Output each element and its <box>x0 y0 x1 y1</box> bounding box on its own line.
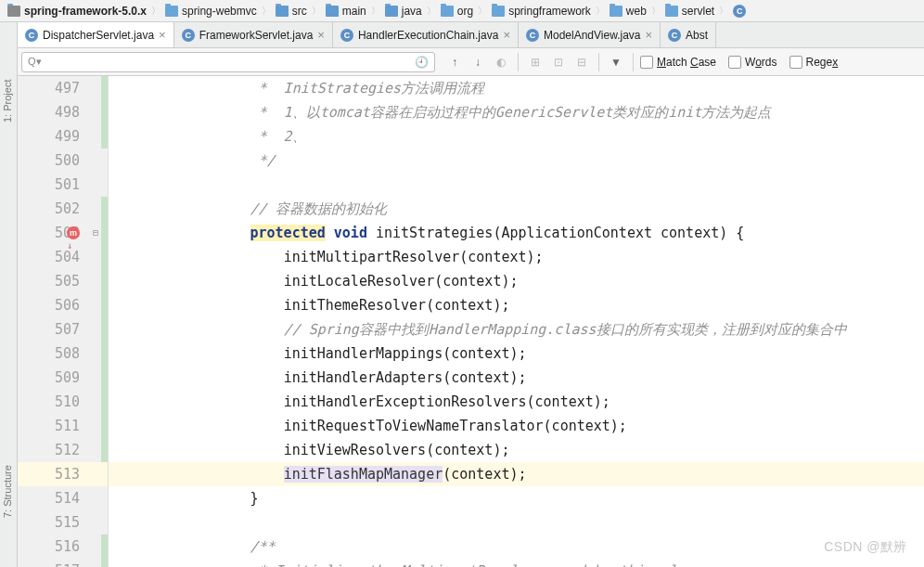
code-line[interactable]: initFlashMapManager(context); <box>109 462 924 486</box>
line-number: 517 <box>18 559 108 567</box>
folder-icon <box>276 5 289 18</box>
line-number: 513 <box>18 462 108 486</box>
structure-tool-tab[interactable]: 7: Structure <box>2 465 13 518</box>
breadcrumb-label: main <box>342 5 366 18</box>
close-icon[interactable]: × <box>159 28 166 42</box>
class-icon: C <box>733 5 746 18</box>
breadcrumb-item[interactable]: web <box>606 5 650 18</box>
find-history-icon[interactable]: 🕘 <box>415 56 429 69</box>
separator <box>598 53 599 71</box>
left-tool-sidebar: 1: Project 7: Structure <box>0 22 18 567</box>
code-line[interactable]: initThemeResolver(context); <box>109 293 924 317</box>
code-line[interactable]: initLocaleResolver(context); <box>109 269 924 293</box>
close-icon[interactable]: × <box>646 28 653 42</box>
code-line[interactable]: // Spring容器中找到HandlerMapping.class接口的所有实… <box>109 317 924 341</box>
close-icon[interactable]: × <box>317 28 325 42</box>
filter-button[interactable]: ▼ <box>606 52 626 72</box>
chevron-right-icon: 〉 <box>718 5 729 18</box>
select-all-button[interactable]: ⊡ <box>548 52 569 72</box>
code-line[interactable]: * 2、 <box>109 124 924 148</box>
words-checkbox[interactable]: Words <box>728 56 776 69</box>
code-line[interactable]: initHandlerAdapters(context); <box>109 366 924 390</box>
code-line[interactable]: initHandlerExceptionResolvers(context); <box>109 390 924 414</box>
chevron-right-icon: 〉 <box>477 5 488 18</box>
find-input[interactable] <box>45 56 411 69</box>
line-number: 504 <box>18 245 108 269</box>
code-line[interactable]: // 容器数据的初始化 <box>109 197 924 221</box>
code-line[interactable]: initHandlerMappings(context); <box>109 341 924 366</box>
code-line[interactable] <box>109 510 924 535</box>
tab-label: HandlerExecutionChain.java <box>358 29 498 42</box>
folder-icon <box>7 5 20 18</box>
breadcrumb-item[interactable]: C <box>729 5 753 18</box>
tab-label: Abst <box>686 29 708 42</box>
chevron-right-icon: 〉 <box>595 5 606 18</box>
close-icon[interactable]: × <box>503 28 510 42</box>
breadcrumb-item[interactable]: java <box>381 5 426 18</box>
line-number: 515 <box>18 510 108 535</box>
line-number: 509 <box>18 366 108 390</box>
code-line[interactable]: initViewResolvers(context); <box>109 438 924 462</box>
find-bar: Q▾ 🕘 ↑ ↓ ◐ ⊞ ⊡ ⊟ ▼ Match Case Words Rege… <box>18 48 924 76</box>
separator <box>518 53 519 71</box>
next-match-button[interactable]: ↓ <box>468 52 488 72</box>
code-line[interactable]: */ <box>109 148 924 173</box>
code-line[interactable]: * InitStrategies方法调用流程 <box>109 76 924 100</box>
folder-icon <box>492 5 505 18</box>
code-line[interactable]: /** <box>109 535 924 559</box>
code-line[interactable]: * Initialize the MultipartResolver used … <box>109 559 924 567</box>
editor-tab[interactable]: CModelAndView.java× <box>519 22 661 47</box>
add-selection-button[interactable]: ⊞ <box>525 52 545 72</box>
gutter: 497498499500501502503m↓⊟5045055065075085… <box>18 76 109 567</box>
code-line[interactable] <box>109 173 924 197</box>
line-number: 503m↓⊟ <box>18 221 108 245</box>
editor-area: CDispatcherServlet.java×CFrameworkServle… <box>18 22 924 567</box>
breadcrumb-item[interactable]: src <box>272 5 311 18</box>
class-icon: C <box>668 29 681 42</box>
breadcrumb-item[interactable]: spring-webmvc <box>161 5 261 18</box>
editor-tab[interactable]: CDispatcherServlet.java× <box>18 22 174 48</box>
line-number: 511 <box>18 414 108 438</box>
breadcrumb-label: web <box>626 5 647 18</box>
class-icon: C <box>340 29 353 42</box>
line-number: 502 <box>18 197 108 221</box>
folder-icon <box>441 5 454 18</box>
chevron-right-icon: 〉 <box>426 5 437 18</box>
breadcrumb-item[interactable]: spring-framework-5.0.x <box>4 5 150 18</box>
folder-icon <box>610 5 622 18</box>
line-number: 514 <box>18 486 108 510</box>
match-icon: ◐ <box>491 52 511 72</box>
breadcrumb-item[interactable]: springframework <box>488 5 595 18</box>
breadcrumb-item[interactable]: main <box>322 5 370 18</box>
breadcrumbs: spring-framework-5.0.x〉spring-webmvc〉src… <box>0 0 924 22</box>
breadcrumb-item[interactable]: org <box>437 5 477 18</box>
editor-tab[interactable]: CHandlerExecutionChain.java× <box>333 22 519 47</box>
line-number: 512 <box>18 438 108 462</box>
line-number: 498 <box>18 100 108 124</box>
prev-match-button[interactable]: ↑ <box>444 52 465 72</box>
match-case-checkbox[interactable]: Match Case <box>640 56 716 69</box>
breadcrumb-label: servlet <box>682 5 714 18</box>
search-icon[interactable]: Q▾ <box>28 56 42 68</box>
code-line[interactable]: initMultipartResolver(context); <box>109 245 924 269</box>
code-line[interactable]: initRequestToViewNameTranslator(context)… <box>109 414 924 438</box>
code-editor[interactable]: 497498499500501502503m↓⊟5045055065075085… <box>18 76 924 567</box>
regex-checkbox[interactable]: Regex <box>789 56 839 69</box>
editor-tab[interactable]: CFrameworkServlet.java× <box>174 22 333 47</box>
chevron-right-icon: 〉 <box>311 5 322 18</box>
class-icon: C <box>526 29 539 42</box>
line-number: 500 <box>18 148 108 173</box>
code-line[interactable]: * 1、以tomcat容器在启动过程中的GenericServlet类对应的in… <box>109 100 924 124</box>
fold-icon[interactable]: ⊟ <box>93 221 98 245</box>
code-line[interactable]: } <box>109 486 924 510</box>
project-tool-tab[interactable]: 1: Project <box>2 80 13 122</box>
breadcrumb-item[interactable]: servlet <box>661 5 718 18</box>
find-input-container: Q▾ 🕘 <box>21 52 435 72</box>
code-content[interactable]: * InitStrategies方法调用流程 * 1、以tomcat容器在启动过… <box>109 76 924 567</box>
breadcrumb-label: src <box>292 5 307 18</box>
remove-selection-button[interactable]: ⊟ <box>571 52 592 72</box>
folder-icon <box>165 5 178 18</box>
editor-tab[interactable]: CAbst <box>661 22 716 47</box>
code-line[interactable]: protected void initStrategies(Applicatio… <box>109 221 924 245</box>
tab-label: FrameworkServlet.java <box>199 29 314 42</box>
